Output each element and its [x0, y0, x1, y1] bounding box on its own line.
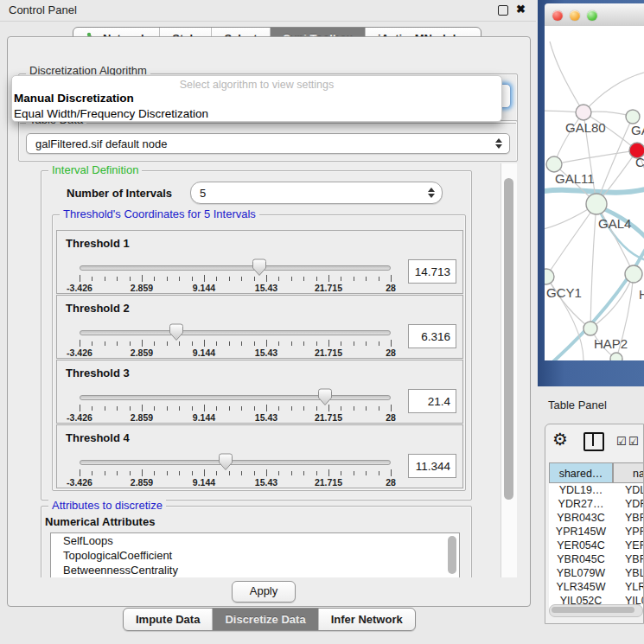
- node-label: GCY1: [546, 285, 582, 300]
- num-intervals-combobox[interactable]: 5: [190, 182, 443, 204]
- list-item[interactable]: BetweennessCentrality: [51, 563, 459, 577]
- bottom-tab-strip: Impute Data Discretize Data Infer Networ…: [123, 608, 416, 631]
- network-node[interactable]: [546, 156, 562, 172]
- cell-shared-name[interactable]: YPR145W: [549, 525, 613, 539]
- column-header-name[interactable]: name: [613, 462, 644, 483]
- table-row[interactable]: YBR045CYBR045C: [549, 552, 644, 566]
- slider-thumb[interactable]: [317, 388, 333, 406]
- table-horizontal-scrollbar[interactable]: [549, 604, 643, 617]
- apply-button[interactable]: Apply: [232, 581, 296, 603]
- tab-discretize-data[interactable]: Discretize Data: [213, 609, 318, 630]
- column-header-shared-name[interactable]: shared…: [549, 462, 613, 483]
- interval-definition-group: Interval Definition Number of Intervals …: [41, 170, 472, 501]
- table-rows: YDL19…YDL19YDR27…YDR27YBR043CYBR043CYPR1…: [549, 483, 644, 608]
- list-item[interactable]: SelfLoops: [51, 533, 459, 548]
- control-panel-titlebar: Control Panel ✖: [0, 0, 536, 22]
- slider-thumb[interactable]: [169, 323, 184, 341]
- table-row[interactable]: YPR145WYPR145W: [549, 525, 644, 539]
- threshold-value-field[interactable]: 14.713: [408, 259, 456, 284]
- table-row[interactable]: YBL079WYBL079W: [549, 566, 644, 580]
- slider-tick-labels: -3.4262.8599.14415.4321.71528: [80, 283, 391, 293]
- threshold-label: Threshold 2: [66, 302, 130, 315]
- cell-name[interactable]: YDR27: [613, 497, 644, 511]
- slider-tick-labels: -3.4262.8599.14415.4321.71528: [80, 348, 391, 358]
- cell-name[interactable]: YDL19: [613, 483, 644, 497]
- tab-infer-network[interactable]: Infer Network: [319, 609, 415, 630]
- checkbox-icon[interactable]: ☑: [616, 435, 627, 448]
- network-window-titlebar[interactable]: [545, 3, 644, 27]
- cell-name[interactable]: YPR145W: [613, 525, 644, 539]
- dropdown-item-manual-discretization[interactable]: Manual Discretization: [12, 91, 501, 106]
- network-node[interactable]: [586, 194, 607, 214]
- close-icon[interactable]: ✖: [516, 3, 526, 16]
- table-row[interactable]: YLR345WYLR345W: [549, 580, 644, 594]
- table-row[interactable]: YDL19…YDL19: [549, 483, 644, 497]
- network-node[interactable]: [545, 269, 554, 284]
- node-label: GA: [631, 123, 644, 137]
- cell-shared-name[interactable]: YBL079W: [549, 566, 613, 580]
- num-intervals-label: Number of Intervals: [67, 187, 172, 200]
- network-canvas[interactable]: GAL80GACGAL11GAL4GCY1HHAP2: [545, 26, 644, 360]
- network-node[interactable]: [576, 105, 591, 120]
- slider-track[interactable]: [80, 460, 391, 465]
- table-panel-toolbar: ⚙ ☑ ☑: [545, 424, 644, 461]
- slider-thumb[interactable]: [218, 453, 233, 471]
- threshold-value-field[interactable]: 6.316: [408, 324, 456, 348]
- column-split-icon[interactable]: [583, 432, 604, 451]
- threshold-label: Threshold 1: [66, 237, 130, 250]
- slider-track[interactable]: [80, 330, 391, 335]
- threshold-value-field[interactable]: 11.344: [408, 454, 456, 478]
- cell-shared-name[interactable]: YBR045C: [549, 552, 613, 566]
- cell-shared-name[interactable]: YLR345W: [549, 580, 613, 594]
- scrollbar-thumb[interactable]: [504, 178, 513, 500]
- threshold-value-field[interactable]: 21.4: [408, 389, 456, 413]
- table-row[interactable]: YBR043CYBR043C: [549, 511, 644, 525]
- float-window-icon[interactable]: [498, 5, 508, 16]
- slider-thumb[interactable]: [252, 258, 267, 277]
- tab-impute-data[interactable]: Impute Data: [124, 609, 213, 630]
- slider-tick-labels: -3.4262.8599.14415.4321.71528: [80, 412, 391, 423]
- gear-icon[interactable]: ⚙: [552, 429, 568, 450]
- cell-shared-name[interactable]: YBR043C: [549, 511, 613, 525]
- scrollbar-thumb[interactable]: [552, 607, 634, 613]
- cell-name[interactable]: YBL079W: [613, 566, 644, 580]
- mac-zoom-button[interactable]: [587, 10, 597, 21]
- panel-scrollbar[interactable]: [501, 163, 517, 577]
- control-panel: Control Panel ✖ Network Style Select Cyn…: [0, 0, 536, 644]
- settings-scroll-area: Interval Definition Number of Intervals …: [8, 163, 501, 577]
- table-data-combobox[interactable]: galFiltered.sif default node: [26, 133, 510, 154]
- network-node[interactable]: [625, 265, 642, 283]
- cell-name[interactable]: YLR345W: [613, 580, 644, 594]
- numerical-attributes-list[interactable]: SelfLoopsTopologicalCoefficientBetweenne…: [50, 532, 460, 577]
- cell-shared-name[interactable]: YDL19…: [549, 483, 613, 497]
- network-node[interactable]: [583, 322, 597, 335]
- mac-minimize-button[interactable]: [570, 10, 580, 21]
- table-row[interactable]: YER054CYER054C: [549, 539, 644, 552]
- network-node[interactable]: [610, 353, 622, 360]
- threshold-2-panel: Threshold 2 -3.4262.8599.14415.4321.7152…: [56, 295, 463, 359]
- cell-name[interactable]: YBR045C: [613, 552, 644, 566]
- threshold-4-panel: Threshold 4 -3.4262.8599.14415.4321.7152…: [56, 424, 463, 488]
- cell-name[interactable]: YBR043C: [613, 511, 644, 525]
- dropdown-hint: Select algorithm to view settings: [12, 76, 501, 91]
- numerical-attributes-label: Numerical Attributes: [45, 515, 155, 528]
- slider-ticks: [80, 340, 391, 348]
- cell-shared-name[interactable]: YDR27…: [549, 497, 613, 511]
- checkbox-icon[interactable]: ☑: [628, 435, 639, 448]
- slider-track[interactable]: [80, 265, 391, 271]
- group-title: Attributes to discretize: [48, 499, 166, 512]
- list-item[interactable]: TopologicalCoefficient: [51, 548, 459, 563]
- cell-name[interactable]: YER054C: [613, 539, 644, 552]
- table-row[interactable]: YDR27…YDR27: [549, 497, 644, 511]
- list-scrollbar[interactable]: [448, 536, 456, 574]
- threshold-label: Threshold 3: [66, 367, 130, 379]
- network-node-labels: GAL80GACGAL11GAL4GCY1HHAP2: [546, 120, 644, 351]
- network-node[interactable]: [626, 110, 640, 124]
- cell-shared-name[interactable]: YER054C: [549, 539, 613, 552]
- slider-ticks: [80, 275, 391, 283]
- slider-track[interactable]: [80, 395, 391, 400]
- mac-close-button[interactable]: [552, 10, 563, 21]
- network-view-window: GAL80GACGAL11GAL4GCY1HHAP2: [538, 0, 644, 386]
- node-label: GAL4: [598, 216, 631, 231]
- dropdown-item-equal-width-frequency[interactable]: Equal Width/Frequency Discretization: [12, 106, 501, 122]
